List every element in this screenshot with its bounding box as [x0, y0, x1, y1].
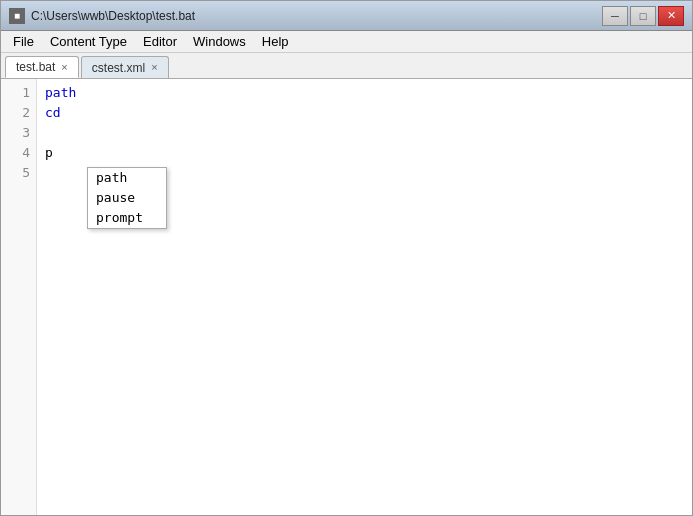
- code-line-4: p: [45, 143, 684, 163]
- tab-cstest-xml[interactable]: cstest.xml ×: [81, 56, 169, 78]
- tab-cstest-xml-close[interactable]: ×: [151, 62, 157, 73]
- close-button[interactable]: ✕: [658, 6, 684, 26]
- line-num-5: 5: [9, 163, 30, 183]
- code-content-2: cd: [45, 103, 61, 124]
- line-num-1: 1: [9, 83, 30, 103]
- main-window: ■ C:\Users\wwb\Desktop\test.bat ─ □ ✕ Fi…: [0, 0, 693, 516]
- menu-help[interactable]: Help: [254, 31, 297, 52]
- tab-test-bat-label: test.bat: [16, 60, 55, 74]
- minimize-button[interactable]: ─: [602, 6, 628, 26]
- code-content-1: path: [45, 83, 76, 104]
- menu-windows[interactable]: Windows: [185, 31, 254, 52]
- title-bar: ■ C:\Users\wwb\Desktop\test.bat ─ □ ✕: [1, 1, 692, 31]
- line-numbers: 1 2 3 4 5: [1, 79, 37, 515]
- ac-item-prompt[interactable]: prompt: [88, 208, 166, 228]
- autocomplete-dropdown: path pause prompt: [87, 167, 167, 229]
- line-num-2: 2: [9, 103, 30, 123]
- menu-content-type[interactable]: Content Type: [42, 31, 135, 52]
- window-title: C:\Users\wwb\Desktop\test.bat: [31, 9, 195, 23]
- editor-container: 1 2 3 4 5 path cd p path: [1, 79, 692, 515]
- ac-item-path[interactable]: path: [88, 168, 166, 188]
- menu-editor[interactable]: Editor: [135, 31, 185, 52]
- code-line-1: path: [45, 83, 684, 103]
- maximize-button[interactable]: □: [630, 6, 656, 26]
- menu-bar: File Content Type Editor Windows Help: [1, 31, 692, 53]
- code-area[interactable]: path cd p path pause prompt: [37, 79, 692, 515]
- menu-file[interactable]: File: [5, 31, 42, 52]
- code-line-3: [45, 123, 684, 143]
- tab-test-bat-close[interactable]: ×: [61, 62, 67, 73]
- code-line-2: cd: [45, 103, 684, 123]
- tab-cstest-xml-label: cstest.xml: [92, 61, 145, 75]
- title-bar-controls: ─ □ ✕: [602, 6, 684, 26]
- code-content-4: p: [45, 143, 53, 164]
- tab-test-bat[interactable]: test.bat ×: [5, 56, 79, 78]
- window-icon: ■: [9, 8, 25, 24]
- line-num-3: 3: [9, 123, 30, 143]
- line-num-4: 4: [9, 143, 30, 163]
- tab-bar: test.bat × cstest.xml ×: [1, 53, 692, 79]
- title-bar-left: ■ C:\Users\wwb\Desktop\test.bat: [9, 8, 195, 24]
- ac-item-pause[interactable]: pause: [88, 188, 166, 208]
